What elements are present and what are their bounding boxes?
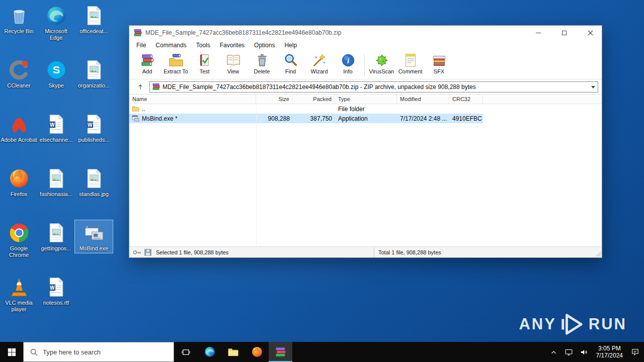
- desktop-icon-label: Firefox: [1, 191, 37, 198]
- action-center-icon[interactable]: [628, 342, 642, 362]
- desktop-icon-firefox[interactable]: Firefox: [0, 166, 38, 199]
- taskbar-search[interactable]: [23, 342, 174, 362]
- address-text: MDE_File_Sample_7427acc36beb8187311e4c28…: [163, 83, 588, 90]
- desktop-icon-vlc[interactable]: VLC media player: [0, 275, 38, 314]
- task-view-button[interactable]: [174, 342, 198, 362]
- maximize-icon: [562, 31, 567, 35]
- toolbar-sfx-button[interactable]: SFX: [425, 52, 453, 74]
- column-header-name[interactable]: Name: [129, 95, 256, 104]
- desktop-icon-standlas[interactable]: standlas.jpg: [75, 166, 113, 199]
- wizard-icon: [312, 53, 327, 68]
- key-icon[interactable]: [133, 249, 142, 256]
- address-bar: MDE_File_Sample_7427acc36beb8187311e4c28…: [129, 79, 602, 95]
- list-row-msbind[interactable]: MsBind.exe * 908,288 387,750 Application…: [129, 114, 602, 123]
- toolbar-delete-button[interactable]: Delete: [248, 52, 276, 74]
- file-crc32: 4910EFBC: [449, 114, 483, 123]
- volume-icon[interactable]: [577, 342, 591, 362]
- clock-date: 7/17/2024: [596, 352, 623, 359]
- toolbar-add-button[interactable]: Add: [133, 52, 162, 74]
- menu-file[interactable]: File: [136, 41, 146, 50]
- desktop-icon-label: organizatio...: [75, 82, 112, 89]
- toolbar-virusscan-button[interactable]: VirusScan: [367, 52, 396, 74]
- file-crc32: [449, 104, 483, 114]
- svg-text:S: S: [52, 64, 59, 75]
- taskbar: 3:05 PM 7/17/2024: [0, 342, 644, 362]
- desktop-icon-gettingpos[interactable]: gettingpos...: [37, 220, 75, 253]
- toolbar-label: Wizard: [305, 68, 334, 74]
- hidden-icons-chevron[interactable]: [547, 342, 561, 362]
- winrar-icon: [275, 346, 286, 357]
- desktop-icon-label: Skype: [38, 82, 74, 89]
- system-tray: 3:05 PM 7/17/2024: [547, 342, 644, 362]
- taskbar-winrar-button[interactable]: [269, 342, 292, 362]
- toolbar-info-button[interactable]: i Info: [334, 52, 362, 74]
- desktop-icon-fashionasia[interactable]: fashionasia...: [37, 166, 75, 199]
- list-row-parent-folder[interactable]: .. File folder: [129, 104, 602, 114]
- toolbar-view-button[interactable]: View: [219, 52, 248, 74]
- taskbar-clock[interactable]: 3:05 PM 7/17/2024: [592, 345, 627, 359]
- word-document-icon: W: [45, 276, 68, 299]
- desktop-icon-label: officedeat...: [75, 28, 112, 35]
- taskbar-explorer-button[interactable]: [221, 342, 245, 362]
- file-modified: [397, 104, 449, 114]
- menu-commands[interactable]: Commands: [155, 41, 187, 50]
- desktop-icon-recycle-bin[interactable]: Recycle Bin: [0, 3, 38, 36]
- close-button[interactable]: [579, 26, 602, 40]
- status-left-section: Selected 1 file, 908,288 bytes: [129, 247, 374, 257]
- menu-options[interactable]: Options: [254, 41, 275, 50]
- desktop-icon-publisheds[interactable]: W publisheds...: [75, 112, 113, 144]
- desktop-icon-ccleaner[interactable]: CCleaner: [0, 57, 38, 90]
- toolbar-wizard-button[interactable]: Wizard: [305, 52, 334, 74]
- toolbar-comment-button[interactable]: Comment: [396, 52, 425, 74]
- resize-grip[interactable]: [595, 250, 601, 257]
- search-input[interactable]: [43, 348, 170, 356]
- winrar-app-icon: [134, 29, 142, 37]
- microsoft-edge-icon: [45, 4, 68, 27]
- file-type: Application: [335, 114, 397, 123]
- minimize-button[interactable]: [527, 26, 549, 40]
- column-header-size[interactable]: Size: [256, 95, 293, 104]
- firefox-icon: [8, 167, 31, 190]
- menu-favorites[interactable]: Favorites: [219, 41, 245, 50]
- toolbar-label: SFX: [425, 68, 453, 74]
- taskbar-firefox-button[interactable]: [245, 342, 269, 362]
- find-icon: [283, 53, 298, 68]
- disk-icon[interactable]: [144, 249, 153, 256]
- toolbar-test-button[interactable]: Test: [190, 52, 219, 74]
- column-header-crc32[interactable]: CRC32: [449, 95, 483, 104]
- desktop-icon-officedeat[interactable]: officedeat...: [75, 3, 113, 36]
- menu-help[interactable]: Help: [284, 41, 297, 50]
- column-header-type[interactable]: Type: [335, 95, 397, 104]
- column-header-modified[interactable]: Modified: [397, 95, 449, 104]
- desktop-icon-label: VLC media player: [1, 300, 37, 313]
- word-document-icon: W: [83, 113, 106, 136]
- address-dropdown[interactable]: MDE_File_Sample_7427acc36beb8187311e4c28…: [149, 81, 598, 93]
- menu-tools[interactable]: Tools: [196, 41, 211, 50]
- desktop-background[interactable]: { "desktop": { "icons": [ {"label": "Rec…: [0, 0, 644, 362]
- toolbar-extract-to-button[interactable]: Extract To: [162, 52, 190, 74]
- file-name: ..: [142, 106, 145, 113]
- desktop-icon-microsoft-edge[interactable]: Microsoft Edge: [37, 3, 75, 42]
- desktop-icon-label: CCleaner: [1, 82, 37, 89]
- maximize-button[interactable]: [553, 26, 576, 40]
- desktop-icon-organizatio[interactable]: organizatio...: [75, 57, 113, 90]
- desktop-icon-notesos[interactable]: W notesos.rtf: [37, 275, 75, 307]
- title-bar[interactable]: MDE_File_Sample_7427acc36beb8187311e4c28…: [129, 26, 602, 40]
- anyrun-logo-icon: [560, 313, 585, 336]
- column-grid-line: [256, 104, 257, 246]
- desktop-icon-adobe-acrobat[interactable]: Adobe Acrobat: [0, 112, 38, 144]
- up-directory-button[interactable]: [134, 81, 147, 93]
- network-icon[interactable]: [562, 342, 576, 362]
- taskbar-edge-button[interactable]: [198, 342, 221, 362]
- svg-text:W: W: [49, 285, 54, 291]
- column-header-packed[interactable]: Packed: [293, 95, 335, 104]
- sfx-icon: [432, 53, 447, 68]
- start-button[interactable]: [0, 342, 23, 362]
- desktop-icon-google-chrome[interactable]: Google Chrome: [0, 220, 38, 259]
- desktop-icon-elsechanne[interactable]: W elsechanne...: [37, 112, 75, 144]
- dropdown-caret-icon: [591, 86, 595, 90]
- watermark-run-text: RUN: [589, 315, 627, 333]
- desktop-icon-skype[interactable]: S Skype: [37, 57, 75, 90]
- desktop-icon-msbind[interactable]: MsBind.exe: [75, 220, 113, 253]
- toolbar-find-button[interactable]: Find: [276, 52, 305, 74]
